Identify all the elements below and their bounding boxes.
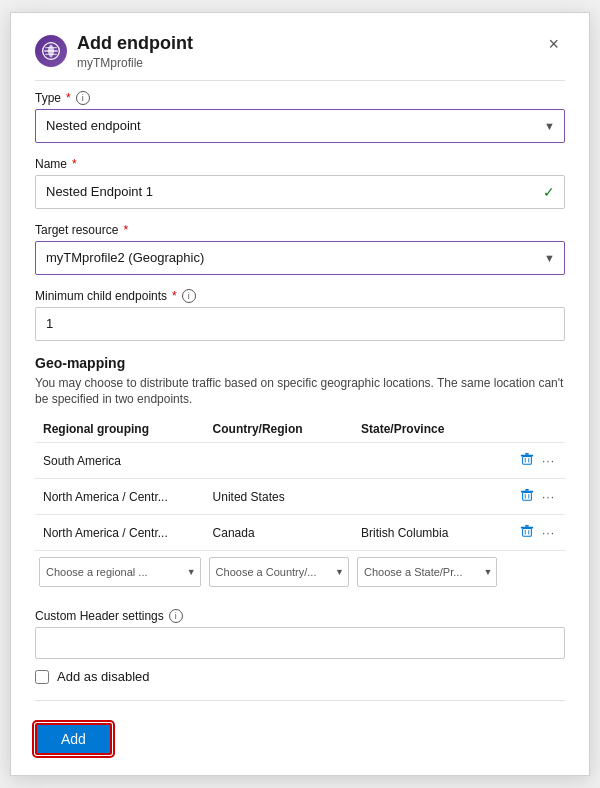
footer-divider [35, 700, 565, 701]
row3-regional: North America / Centr... [35, 515, 205, 551]
svg-rect-1 [523, 456, 532, 464]
row2-state [353, 479, 501, 515]
min-child-info-icon[interactable]: i [182, 289, 196, 303]
name-field-group: Name * ✓ [35, 157, 565, 209]
name-label: Name * [35, 157, 565, 171]
row3-delete-button[interactable] [518, 522, 536, 543]
row1-country [205, 443, 353, 479]
title-text-group: Add endpoint myTMprofile [77, 33, 193, 70]
svg-rect-2 [521, 455, 533, 457]
state-dropdown-cell: Choose a State/Pr... ▼ [353, 551, 501, 594]
add-button[interactable]: Add [35, 723, 112, 755]
row1-state [353, 443, 501, 479]
table-row: North America / Centr... United States ·… [35, 479, 565, 515]
dialog-header: Add endpoint myTMprofile × [35, 33, 565, 70]
header-divider [35, 80, 565, 81]
type-label: Type * i [35, 91, 565, 105]
geo-dropdown-row: Choose a regional ... ▼ Choose a Country… [35, 551, 565, 594]
dropdown-row-actions [501, 551, 565, 594]
dialog-footer: Add [35, 711, 565, 755]
name-required-star: * [72, 157, 77, 171]
title-area: Add endpoint myTMprofile [35, 33, 193, 70]
type-select-wrapper: Nested endpoint ▼ [35, 109, 565, 143]
type-required-star: * [66, 91, 71, 105]
close-button[interactable]: × [542, 33, 565, 55]
dialog-subtitle: myTMprofile [77, 56, 193, 70]
country-dropdown[interactable]: Choose a Country/... [209, 557, 349, 587]
target-select[interactable]: myTMprofile2 (Geographic) [35, 241, 565, 275]
svg-rect-13 [525, 525, 529, 527]
col-header-state: State/Province [353, 418, 501, 443]
target-select-wrapper: myTMprofile2 (Geographic) ▼ [35, 241, 565, 275]
col-header-regional: Regional grouping [35, 418, 205, 443]
name-check-icon: ✓ [543, 184, 555, 200]
target-required-star: * [123, 223, 128, 237]
col-header-actions [501, 418, 565, 443]
svg-rect-8 [525, 489, 529, 491]
row3-country: Canada [205, 515, 353, 551]
svg-rect-7 [521, 491, 533, 493]
row1-regional: South America [35, 443, 205, 479]
name-input[interactable] [35, 175, 565, 209]
type-field-group: Type * i Nested endpoint ▼ [35, 91, 565, 143]
table-row: South America ··· [35, 443, 565, 479]
col-header-country: Country/Region [205, 418, 353, 443]
type-info-icon[interactable]: i [76, 91, 90, 105]
svg-rect-12 [521, 527, 533, 529]
row2-country: United States [205, 479, 353, 515]
country-dropdown-cell: Choose a Country/... ▼ [205, 551, 353, 594]
row3-action-icons: ··· [509, 522, 557, 543]
row1-delete-button[interactable] [518, 450, 536, 471]
custom-header-input[interactable] [35, 627, 565, 659]
target-label: Target resource * [35, 223, 565, 237]
regional-dropdown[interactable]: Choose a regional ... [39, 557, 201, 587]
row2-regional: North America / Centr... [35, 479, 205, 515]
geo-mapping-description: You may choose to distribute traffic bas… [35, 375, 565, 409]
geo-mapping-section: Geo-mapping You may choose to distribute… [35, 355, 565, 594]
custom-header-section: Custom Header settings i [35, 609, 565, 659]
row2-actions: ··· [501, 479, 565, 515]
country-dropdown-wrapper: Choose a Country/... ▼ [209, 557, 349, 587]
row3-state: British Columbia [353, 515, 501, 551]
svg-rect-6 [523, 492, 532, 500]
min-child-label: Minimum child endpoints * i [35, 289, 565, 303]
add-as-disabled-checkbox[interactable] [35, 670, 49, 684]
add-endpoint-dialog: Add endpoint myTMprofile × Type * i Nest… [10, 12, 590, 776]
row3-actions: ··· [501, 515, 565, 551]
regional-dropdown-cell: Choose a regional ... ▼ [35, 551, 205, 594]
svg-rect-11 [523, 528, 532, 536]
row3-more-button[interactable]: ··· [540, 524, 557, 542]
dialog-title: Add endpoint [77, 33, 193, 55]
row1-more-button[interactable]: ··· [540, 452, 557, 470]
custom-header-info-icon[interactable]: i [169, 609, 183, 623]
min-child-required-star: * [172, 289, 177, 303]
target-field-group: Target resource * myTMprofile2 (Geograph… [35, 223, 565, 275]
geo-mapping-table: Regional grouping Country/Region State/P… [35, 418, 565, 593]
geo-mapping-title: Geo-mapping [35, 355, 565, 371]
traffic-manager-icon [35, 35, 67, 67]
row2-delete-button[interactable] [518, 486, 536, 507]
add-as-disabled-row: Add as disabled [35, 669, 565, 684]
type-select[interactable]: Nested endpoint [35, 109, 565, 143]
regional-dropdown-wrapper: Choose a regional ... ▼ [39, 557, 201, 587]
row1-action-icons: ··· [509, 450, 557, 471]
svg-rect-3 [525, 453, 529, 455]
table-row: North America / Centr... Canada British … [35, 515, 565, 551]
row2-action-icons: ··· [509, 486, 557, 507]
row1-actions: ··· [501, 443, 565, 479]
geo-table-header-row: Regional grouping Country/Region State/P… [35, 418, 565, 443]
state-dropdown[interactable]: Choose a State/Pr... [357, 557, 497, 587]
name-input-wrapper: ✓ [35, 175, 565, 209]
min-child-input[interactable] [35, 307, 565, 341]
min-child-field-group: Minimum child endpoints * i [35, 289, 565, 341]
row2-more-button[interactable]: ··· [540, 488, 557, 506]
add-as-disabled-label: Add as disabled [57, 669, 150, 684]
state-dropdown-wrapper: Choose a State/Pr... ▼ [357, 557, 497, 587]
custom-header-label: Custom Header settings i [35, 609, 565, 623]
